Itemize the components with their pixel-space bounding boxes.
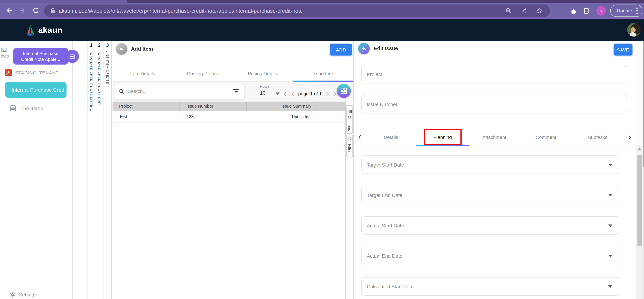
tab-details[interactable]: Details xyxy=(365,129,417,146)
add-item-header: Add Item ADD xyxy=(112,41,353,66)
tabs-scroll-right[interactable] xyxy=(624,129,636,146)
tab-issue-link[interactable]: Issue Link xyxy=(293,66,353,81)
strip-spacer xyxy=(346,100,353,105)
actual-end-date-field[interactable]: Actual End Date xyxy=(362,247,620,265)
window-scrollbar[interactable] xyxy=(643,41,644,299)
next-page-icon[interactable] xyxy=(325,91,330,96)
step-number: 2 xyxy=(95,42,103,48)
first-page-icon[interactable] xyxy=(282,91,287,96)
rows-per-page-select[interactable]: Rows 10 xyxy=(260,84,280,96)
actual-start-date-field[interactable]: Actual Start Date xyxy=(362,216,620,235)
page-current: 1 xyxy=(310,91,313,96)
menu-collapse-icon xyxy=(69,53,76,60)
applet-title-button[interactable]: Internal Purchase Credit Note Apple... xyxy=(13,48,68,65)
lock-icon[interactable] xyxy=(50,8,55,14)
browser-profile-avatar[interactable]: N xyxy=(596,6,606,16)
cell-issue-summary[interactable]: This is test xyxy=(247,111,315,122)
bookmark-star-icon[interactable] xyxy=(536,8,542,14)
add-button[interactable]: ADD xyxy=(330,44,352,56)
columns-icon xyxy=(347,109,352,114)
sidebar-item-line-items[interactable]: Line Items xyxy=(10,105,43,111)
tabs-scroll-left[interactable] xyxy=(354,129,365,146)
rows-underline xyxy=(260,98,280,98)
zoom-out-icon[interactable] xyxy=(506,8,512,14)
update-label: Update xyxy=(617,8,632,13)
search-input[interactable]: Search... xyxy=(114,83,245,100)
browser-active-tab[interactable] xyxy=(0,0,128,3)
back-icon[interactable] xyxy=(5,7,12,14)
table-row[interactable]: Test 123 This is test xyxy=(112,111,346,122)
settings-label: Settings xyxy=(19,292,37,298)
column-header-issue-summary[interactable]: Issue Summary xyxy=(247,102,315,111)
project-field[interactable]: Project xyxy=(362,65,627,84)
sidebar-gap xyxy=(73,41,87,299)
share-icon[interactable] xyxy=(521,8,527,14)
step-tab-edit[interactable]: 2 PURCHASE CREDIT NOTE EDIT xyxy=(95,41,104,299)
pagination: page 1 of 1 xyxy=(282,89,338,98)
back-button[interactable] xyxy=(116,43,128,55)
forward-icon[interactable] xyxy=(19,7,26,14)
url-text[interactable]: akaun.cloud/#/applets/tnt/wavelet/erp/in… xyxy=(59,8,302,14)
tab-planning[interactable]: Planning xyxy=(417,129,468,146)
panel-title: Edit Issue xyxy=(374,46,398,52)
scrollbar-thumb[interactable] xyxy=(637,155,642,246)
filter-icon[interactable] xyxy=(233,89,238,93)
issue-number-field[interactable]: Issue Number xyxy=(362,95,627,113)
field-placeholder: Target End Date xyxy=(367,192,402,198)
browser-chrome: akaun.cloud/#/applets/tnt/wavelet/erp/in… xyxy=(0,0,644,19)
tenant-icon xyxy=(5,69,12,76)
sidebar: logo Internal Purchase Credit Note Apple… xyxy=(0,41,73,299)
tab-costing-details[interactable]: Costing Details xyxy=(173,66,233,81)
field-placeholder: Actual End Date xyxy=(367,253,402,259)
add-item-tabs: Item Details Costing Details Pricing Det… xyxy=(112,66,353,82)
back-button[interactable] xyxy=(358,43,370,54)
tenant-row[interactable]: STAGING_TENANT xyxy=(5,69,58,76)
cell-project[interactable]: Test xyxy=(112,111,180,122)
column-header-issue-number[interactable]: Issue Number xyxy=(180,102,247,111)
calculated-start-date-field[interactable]: Calculated Start Date xyxy=(362,277,620,295)
sidebar-collapse-button[interactable] xyxy=(66,50,79,63)
prev-page-icon[interactable] xyxy=(290,91,295,96)
step-tab-listing[interactable]: 1 PURCHASE CREDIT NOTE LISTING xyxy=(87,41,95,299)
column-header-project[interactable]: Project xyxy=(112,102,180,111)
target-start-date-field[interactable]: Target Start Date xyxy=(362,155,620,174)
save-button[interactable]: SAVE xyxy=(614,44,632,56)
gear-icon xyxy=(10,292,16,298)
issue-number-placeholder: Issue Number xyxy=(367,101,398,107)
address-bar[interactable]: akaun.cloud/#/applets/tnt/wavelet/erp/in… xyxy=(44,5,550,17)
target-end-date-field[interactable]: Target End Date xyxy=(362,186,620,204)
module-button[interactable]: Internal Purchase Cred xyxy=(5,82,66,98)
search-icon xyxy=(119,89,124,94)
akaun-triangle-icon xyxy=(26,24,35,36)
step-strip: 1 PURCHASE CREDIT NOTE LISTING 2 PURCHAS… xyxy=(87,41,112,299)
tab-pricing-details[interactable]: Pricing Details xyxy=(233,66,293,81)
tenant-label: STAGING_TENANT xyxy=(15,70,59,75)
search-placeholder: Search... xyxy=(128,89,233,94)
grid-view-button[interactable] xyxy=(337,84,351,98)
scrollbar-track[interactable] xyxy=(636,145,643,299)
tab-attachment[interactable]: Attachment xyxy=(468,129,520,146)
tab-item-details[interactable]: Item Details xyxy=(112,66,173,81)
sidebar-item-label: Line Items xyxy=(19,105,43,111)
update-button[interactable]: Update xyxy=(610,5,642,17)
cell-issue-number[interactable]: 123 xyxy=(180,111,247,122)
user-avatar[interactable] xyxy=(627,23,641,37)
filters-label: Filters xyxy=(347,144,352,155)
window-scrollbar-thumb[interactable] xyxy=(643,41,644,167)
step-tab-line-item-create[interactable]: 3 LINE ITEM CREATE xyxy=(104,41,112,299)
sidebar-item-settings[interactable]: Settings xyxy=(10,292,37,298)
screen: akaun.cloud/#/applets/tnt/wavelet/erp/in… xyxy=(0,0,644,299)
panel-scrollbar[interactable] xyxy=(636,41,643,299)
extensions-puzzle-icon[interactable] xyxy=(570,8,576,14)
scroll-up-arrow-icon[interactable] xyxy=(638,148,642,150)
tab-subtasks[interactable]: Subtasks xyxy=(572,129,624,146)
columns-tab[interactable]: Columns xyxy=(346,107,353,134)
filters-tab[interactable]: Filters xyxy=(346,135,353,157)
reload-icon[interactable] xyxy=(32,7,39,14)
side-panel-icon[interactable] xyxy=(583,8,589,14)
tab-comment[interactable]: Comment xyxy=(520,129,572,146)
url-path: /#/applets/tnt/wavelet/erp/internal-purc… xyxy=(88,8,303,14)
broken-image-icon xyxy=(1,48,6,52)
list-icon xyxy=(10,105,16,111)
project-placeholder: Project xyxy=(367,71,382,77)
